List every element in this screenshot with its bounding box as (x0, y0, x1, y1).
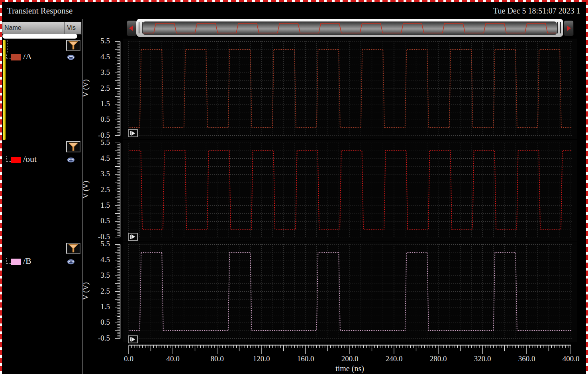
left-arrow-icon (129, 25, 133, 31)
y-axis-ruler (112, 140, 121, 241)
y-tick-label: 1.5 (92, 99, 110, 108)
column-divider[interactable] (64, 22, 65, 34)
y-tick-label: 4.5 (92, 53, 110, 61)
selection-border-left (0, 0, 2, 374)
filter-funnel-button-B[interactable] (66, 243, 80, 254)
y-tick-label: 1.5 (92, 201, 110, 210)
y-tick-label: 2.5 (92, 185, 110, 194)
y-tick-label: 0.5 (92, 318, 110, 327)
scrollbar-groove[interactable] (143, 21, 557, 35)
visibility-eye-icon-B[interactable] (67, 259, 75, 266)
play-marker-button-A[interactable] (128, 129, 138, 137)
y-tick-label: 4.5 (92, 154, 110, 163)
scrollbar-right-arrow-button[interactable] (564, 20, 574, 36)
waveform-panel-A (123, 39, 577, 139)
window-title: Transient Response (7, 6, 73, 16)
waveform-plot-B (123, 242, 577, 342)
name-column-header: Name (4, 24, 22, 31)
right-arrow-icon (567, 25, 571, 31)
selection-border-right (586, 0, 588, 374)
signal-color-swatch-A[interactable] (11, 54, 21, 60)
y-axis-ruler (112, 39, 121, 139)
x-tick-label: 280.0 (422, 355, 454, 363)
signal-name-B[interactable]: /B (23, 256, 31, 266)
play-icon (130, 337, 131, 341)
x-tick-label: 160.0 (290, 355, 321, 363)
y-tick-label: 3.5 (92, 271, 110, 280)
scrollbar-grip-left[interactable] (139, 22, 143, 33)
signal-row-A[interactable]: /A (5, 52, 82, 63)
funnel-icon (67, 247, 80, 254)
x-tick-label: 0.0 (113, 355, 145, 363)
scrollbar-handle[interactable] (136, 19, 563, 37)
filter-funnel-button-A[interactable] (66, 40, 80, 51)
signal-row-out[interactable]: /out (5, 155, 82, 166)
signal-name-A[interactable]: /A (23, 51, 32, 62)
y-tick-label: 1.5 (92, 302, 110, 311)
waveform-preview (143, 21, 557, 35)
y-tick-label: 4.5 (92, 255, 110, 264)
y-tick-label: 3.5 (92, 169, 110, 178)
y-tick-label: 5.5 (92, 240, 110, 248)
y-tick-label: -0.5 (92, 334, 110, 343)
funnel-icon (67, 45, 80, 51)
timestamp: Tue Dec 5 18:51:07 2023 1 (493, 6, 580, 16)
vis-column-header: Vis (67, 24, 76, 31)
waveform-panel-out (123, 140, 577, 241)
play-icon (130, 235, 131, 239)
x-tick-label: 320.0 (466, 355, 498, 363)
y-axis-title: V (V) (81, 68, 92, 108)
x-axis-title: time (ns) (322, 364, 378, 373)
y-tick-label: 2.5 (92, 287, 110, 296)
y-tick-label: 3.5 (92, 68, 110, 77)
x-tick-label: 360.0 (511, 355, 543, 363)
y-tick-label: 2.5 (92, 84, 110, 93)
x-tick-label: 80.0 (201, 355, 233, 363)
y-tick-label: 0.5 (92, 115, 110, 124)
signal-color-swatch-out[interactable] (11, 157, 21, 163)
tree-elbow-icon (6, 54, 11, 59)
play-marker-button-B[interactable] (128, 335, 138, 343)
waveform-panel-B (123, 242, 577, 342)
signal-table-header: Name Vis (2, 22, 82, 35)
y-tick-label: 0.5 (92, 216, 110, 225)
tree-elbow-icon (6, 156, 11, 162)
visibility-eye-icon-A[interactable] (67, 55, 75, 62)
visibility-eye-icon-out[interactable] (67, 157, 75, 164)
signal-row-B[interactable]: /B (5, 257, 82, 268)
y-tick-label: 5.5 (92, 37, 110, 45)
y-axis-ruler (112, 242, 121, 342)
tree-elbow-icon (6, 258, 11, 264)
tree-branch-line (7, 40, 8, 53)
scrollbar-grip-right[interactable] (557, 22, 561, 33)
waveform-plot-A (123, 39, 577, 139)
waveform-plot-out (123, 140, 577, 241)
play-marker-button-out[interactable] (128, 233, 138, 241)
y-tick-label: 5.5 (92, 138, 110, 147)
funnel-icon (67, 146, 80, 153)
name-panel-scrollbar[interactable] (2, 34, 77, 39)
play-icon (130, 131, 131, 135)
x-tick-label: 40.0 (157, 355, 189, 363)
selection-border-top (0, 0, 588, 2)
signal-name-out[interactable]: /out (23, 154, 37, 164)
y-axis-title: V (V) (81, 170, 92, 210)
y-axis-title: V (V) (81, 271, 92, 311)
x-tick-label: 200.0 (334, 355, 366, 363)
filter-funnel-button-out[interactable] (66, 141, 80, 152)
x-tick-label: 240.0 (378, 355, 410, 363)
scrollbar-left-arrow-button[interactable] (127, 20, 137, 36)
x-tick-label: 120.0 (245, 355, 277, 363)
x-tick-label: 400.0 (555, 355, 587, 363)
signal-color-swatch-B[interactable] (11, 259, 21, 265)
